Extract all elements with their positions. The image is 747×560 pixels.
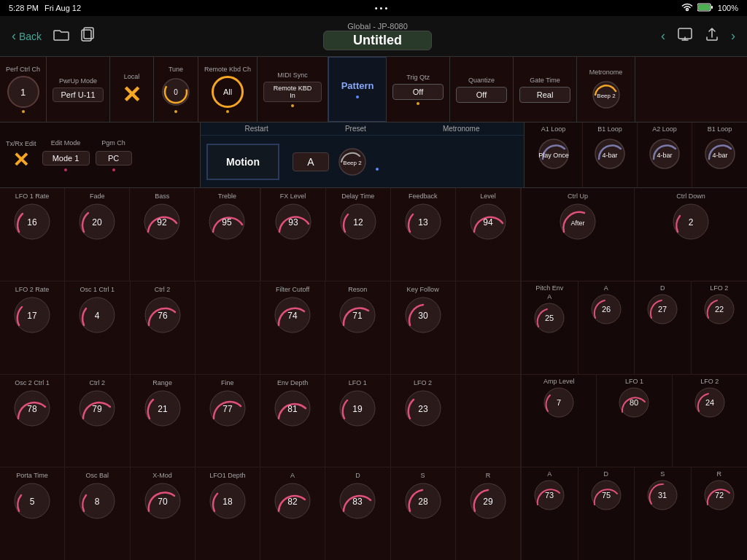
edit-mode-label: Edit Mode bbox=[51, 139, 81, 147]
svg-text:30: 30 bbox=[418, 311, 428, 321]
env-r-knob[interactable]: 29 bbox=[468, 481, 508, 521]
level-knob[interactable]: 94 bbox=[468, 201, 508, 242]
svg-text:22: 22 bbox=[715, 305, 724, 314]
pwrup-mode-value[interactable]: Perf U-11 bbox=[53, 88, 104, 102]
copy-icon[interactable] bbox=[81, 27, 94, 45]
svg-text:7: 7 bbox=[557, 398, 561, 407]
preset-value[interactable]: A bbox=[293, 152, 329, 171]
ctrl2-knob-r2[interactable]: 76 bbox=[142, 295, 183, 335]
back-button[interactable]: ‹ Back bbox=[12, 28, 42, 44]
pitch-env-a-knob[interactable]: 25 bbox=[532, 300, 567, 335]
trig-qtz-section: Trig Qtz Off bbox=[387, 57, 450, 122]
tx-rx-x-icon[interactable]: ✕ bbox=[12, 150, 29, 171]
svg-text:74: 74 bbox=[287, 311, 298, 321]
local-x-icon[interactable]: ✕ bbox=[122, 83, 142, 106]
quantize-value[interactable]: Off bbox=[456, 87, 507, 103]
lfo2-rate-knob[interactable]: 17 bbox=[12, 295, 53, 335]
midi-sync-value[interactable]: Remote KBD In bbox=[263, 82, 322, 102]
pitch-lfo2-knob[interactable]: 22 bbox=[702, 292, 737, 327]
osc-bal-knob[interactable]: 8 bbox=[77, 481, 117, 521]
svg-text:Play Once: Play Once bbox=[538, 152, 569, 159]
pgm-ch-value[interactable]: PC bbox=[96, 151, 132, 166]
motion-section: Restart Preset Metronome Motion A bbox=[201, 122, 525, 187]
fade-knob[interactable]: 20 bbox=[77, 201, 117, 242]
motion-display[interactable]: Motion bbox=[206, 144, 279, 180]
svg-text:82: 82 bbox=[287, 497, 298, 507]
svg-rect-1 bbox=[698, 4, 710, 10]
delay-time-knob[interactable]: 12 bbox=[338, 201, 379, 242]
header-left-nav[interactable]: ‹ Back bbox=[12, 27, 94, 45]
share-icon[interactable] bbox=[705, 27, 719, 45]
fine-knob[interactable]: 77 bbox=[207, 388, 248, 429]
header-right-nav[interactable]: ‹ › bbox=[661, 27, 735, 45]
ctrl-down-knob[interactable]: 2 bbox=[670, 201, 711, 242]
range-knob[interactable]: 21 bbox=[142, 388, 183, 429]
svg-text:28: 28 bbox=[418, 497, 428, 507]
bass-knob[interactable]: 92 bbox=[142, 201, 182, 242]
right-panel: Ctrl Up After Ctrl Down bbox=[521, 188, 747, 560]
b1-loop-label: B1 Loop bbox=[597, 125, 622, 133]
edit-mode-item: Edit Mode Mode 1 bbox=[42, 139, 90, 171]
amp-a-knob[interactable]: 73 bbox=[532, 478, 567, 513]
env-d-cell: D 83 bbox=[325, 467, 390, 560]
knob-row-2: LFO 2 Rate 17 Osc 1 Ctrl 1 4 bbox=[0, 281, 521, 375]
download-icon[interactable] bbox=[677, 27, 693, 45]
osc-bal-cell: Osc Bal 8 bbox=[65, 467, 130, 560]
osc1-ctrl1-knob[interactable]: 4 bbox=[77, 295, 117, 335]
perf-ctrl-ch-section: Perf Ctrl Ch 1 bbox=[0, 57, 47, 122]
pitch-a-knob[interactable]: 26 bbox=[589, 292, 624, 327]
pitch-d-knob[interactable]: 27 bbox=[645, 292, 680, 327]
lfo1-depth-knob[interactable]: 18 bbox=[207, 481, 248, 521]
b1-loop-knob[interactable]: 4-bar bbox=[592, 136, 628, 172]
env-depth-knob[interactable]: 81 bbox=[272, 388, 313, 429]
osc-bal-label: Osc Bal bbox=[86, 472, 109, 479]
next-button[interactable]: › bbox=[731, 28, 735, 44]
tx-rx-edit-item: Tx/Rx Edit ✕ bbox=[6, 140, 36, 171]
osc2-ctrl1-knob[interactable]: 78 bbox=[12, 388, 53, 429]
reson-knob[interactable]: 71 bbox=[337, 295, 378, 335]
a1-loop-knob[interactable]: Play Once bbox=[535, 136, 572, 172]
amp-d-knob[interactable]: 75 bbox=[589, 478, 624, 513]
b1-loop2-knob[interactable]: 4-bar bbox=[702, 136, 738, 172]
amp-level-knob[interactable]: 7 bbox=[541, 385, 576, 420]
amp-r-knob[interactable]: 72 bbox=[702, 478, 737, 513]
feedback-knob[interactable]: 13 bbox=[403, 201, 444, 242]
gate-time-value[interactable]: Real bbox=[519, 87, 570, 103]
folder-icon[interactable] bbox=[53, 28, 69, 44]
x-mod-knob[interactable]: 70 bbox=[142, 481, 183, 521]
svg-text:17: 17 bbox=[27, 311, 37, 321]
pwrup-mode-section: PwrUp Mode Perf U-11 bbox=[47, 57, 110, 122]
preset-title[interactable]: Untitled bbox=[323, 31, 432, 50]
porta-time-knob[interactable]: 5 bbox=[12, 481, 53, 521]
filter-cutoff-knob[interactable]: 74 bbox=[272, 295, 313, 335]
env-s-knob[interactable]: 28 bbox=[403, 481, 444, 521]
prev-button[interactable]: ‹ bbox=[661, 28, 665, 44]
trig-qtz-value[interactable]: Off bbox=[392, 84, 444, 100]
all-button[interactable]: All bbox=[212, 76, 244, 108]
env-s-label: S bbox=[421, 472, 425, 479]
tune-knob-svg[interactable]: 0 bbox=[160, 76, 192, 108]
a2-loop-knob[interactable]: 4-bar bbox=[646, 136, 683, 172]
amp-lfo2-knob[interactable]: 24 bbox=[692, 385, 727, 420]
svg-text:23: 23 bbox=[418, 404, 428, 414]
ctrl2-r3-knob[interactable]: 79 bbox=[77, 388, 117, 429]
env-a-knob[interactable]: 82 bbox=[272, 481, 313, 521]
svg-text:Beep 2: Beep 2 bbox=[597, 93, 616, 99]
lfo1-rate-knob[interactable]: 16 bbox=[12, 201, 53, 242]
lfo2-r3-knob[interactable]: 23 bbox=[403, 388, 444, 429]
lfo1-depth-cell: LFO1 Depth 18 bbox=[196, 467, 260, 560]
edit-mode-value[interactable]: Mode 1 bbox=[42, 151, 90, 166]
env-d-knob[interactable]: 83 bbox=[337, 481, 378, 521]
metronome-top-knob[interactable]: Beep 2 bbox=[590, 79, 622, 111]
metronome2-knob[interactable]: Beep 2 bbox=[336, 146, 368, 178]
fx-level-knob[interactable]: 93 bbox=[273, 201, 314, 242]
pgm-ch-label: Pgm Ch bbox=[101, 139, 125, 147]
amp-lfo1-knob[interactable]: 80 bbox=[616, 385, 651, 420]
perf-ctrl-ch-value[interactable]: 1 bbox=[20, 87, 26, 98]
key-follow-knob[interactable]: 30 bbox=[403, 295, 444, 335]
amp-s-knob[interactable]: 31 bbox=[645, 478, 680, 513]
treble-knob[interactable]: 95 bbox=[206, 201, 247, 242]
lfo1-r3-knob[interactable]: 19 bbox=[337, 388, 378, 429]
svg-text:70: 70 bbox=[158, 497, 168, 507]
ctrl-up-knob[interactable]: After bbox=[557, 201, 598, 242]
